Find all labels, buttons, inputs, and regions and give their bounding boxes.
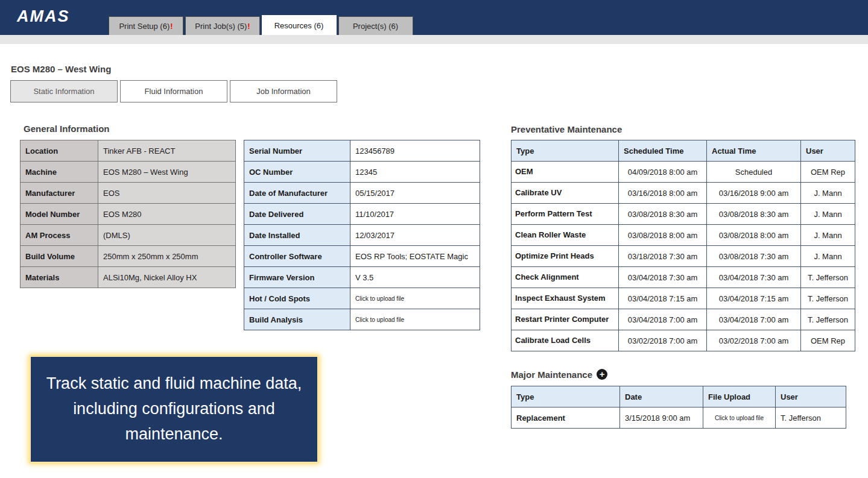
upload-file-link[interactable]: Click to upload file [350, 288, 480, 309]
tab-label: Print Setup (6) [119, 22, 169, 31]
table-cell: Tinker AFB - REACT [98, 140, 236, 162]
table-cell: Inspect Exhaust System [512, 288, 619, 309]
table-row: Date Delivered11/10/2017 [244, 204, 480, 225]
add-major-maintenance-icon[interactable]: + [597, 369, 607, 380]
general-info-right-table: Serial Number123456789OC Number12345Date… [244, 140, 480, 330]
table-row: Controller SoftwareEOS RP Tools; EOSTATE… [244, 246, 480, 267]
table-cell: 03/08/2018 8:00 am [619, 225, 707, 246]
table-cell: OEM [512, 162, 619, 183]
table-cell: AM Process [21, 225, 98, 246]
general-info-left-table: LocationTinker AFB - REACTMachineEOS M28… [20, 140, 236, 288]
table-cell: 03/04/2018 7:00 am [707, 309, 801, 330]
column-header: Date [620, 386, 703, 407]
tab-fluid-information[interactable]: Fluid Information [120, 80, 227, 102]
alert-icon: ! [170, 22, 173, 31]
tab-resources[interactable]: Resources (6) [262, 15, 337, 35]
table-cell: Build Analysis [244, 309, 350, 330]
table-cell: Optimize Print Heads [512, 246, 619, 267]
table-cell: 03/08/2018 7:30 am [707, 246, 801, 267]
table-row: Model NumberEOS M280 [21, 204, 236, 225]
tab-label: Print Job(s) (5) [195, 22, 247, 31]
table-row: Optimize Print Heads03/18/2018 7:30 am03… [512, 246, 855, 267]
table-row: Check Alignment03/04/2018 7:30 am03/04/2… [512, 267, 855, 288]
alert-icon: ! [247, 22, 250, 31]
table-cell: OEM Rep [801, 330, 855, 351]
major-maintenance-table: Type Date File Upload User Replacement3/… [511, 386, 846, 429]
table-cell: Calibrate Load Cells [512, 330, 619, 351]
table-row: Hot / Cold SpotsClick to upload file [244, 288, 480, 309]
tab-static-information[interactable]: Static Information [10, 80, 118, 102]
table-cell: Check Alignment [512, 267, 619, 288]
table-row: Clean Roller Waste03/08/2018 8:00 am03/0… [512, 225, 855, 246]
top-nav-bar: AMAS Print Setup (6)! Print Job(s) (5)! … [0, 0, 868, 35]
table-cell: Manufacturer [21, 183, 98, 204]
table-cell: T. Jefferson [801, 288, 855, 309]
table-cell: V 3.5 [350, 267, 480, 288]
table-cell: OC Number [244, 162, 350, 183]
app-logo: AMAS [17, 7, 70, 26]
table-cell: Firmware Version [244, 267, 350, 288]
upload-file-link[interactable]: Click to upload file [703, 407, 776, 429]
table-cell: 03/16/2018 8:00 am [619, 183, 707, 204]
tab-job-information[interactable]: Job Information [230, 80, 337, 102]
table-cell: 11/10/2017 [350, 204, 480, 225]
table-cell: Scheduled [707, 162, 801, 183]
table-cell: 250mm x 250mm x 250mm [98, 246, 236, 267]
upload-file-link[interactable]: Click to upload file [350, 309, 480, 330]
table-row: Restart Printer Computer03/04/2018 7:00 … [512, 309, 855, 330]
table-cell: 05/15/2017 [350, 183, 480, 204]
table-cell: Hot / Cold Spots [244, 288, 350, 309]
table-cell: 03/04/2018 7:15 am [707, 288, 801, 309]
app-root: AMAS Print Setup (6)! Print Job(s) (5)! … [0, 0, 868, 478]
table-cell: (DMLS) [98, 225, 236, 246]
table-cell: Build Volume [21, 246, 98, 267]
table-cell: T. Jefferson [776, 407, 846, 429]
table-row: MaterialsALSi10Mg, Nickel Alloy HX [21, 267, 236, 288]
table-cell: Replacement [512, 407, 620, 429]
table-cell: Serial Number [244, 140, 350, 162]
table-cell: Date of Manufacturer [244, 183, 350, 204]
table-cell: Machine [21, 162, 98, 183]
table-cell: EOS M280 – West Wing [98, 162, 236, 183]
table-cell: 12345 [350, 162, 480, 183]
table-row: Date of Manufacturer05/15/2017 [244, 183, 480, 204]
info-callout: Track static and fluid machine data, inc… [30, 356, 318, 462]
table-row: Calibrate Load Cells03/02/2018 7:00 am03… [512, 330, 855, 351]
table-cell: J. Mann [801, 246, 855, 267]
tab-projects[interactable]: Project(s) (6) [338, 16, 413, 35]
table-row: Replacement3/15/2018 9:00 amClick to upl… [512, 407, 846, 429]
table-row: OEM04/09/2018 8:00 amScheduledOEM Rep [512, 162, 855, 183]
major-maintenance-heading-label: Major Maintenance [511, 370, 592, 380]
tab-label: Project(s) (6) [353, 22, 398, 31]
view-tab-strip: Static Information Fluid Information Job… [10, 80, 337, 102]
table-row: MachineEOS M280 – West Wing [21, 162, 236, 183]
table-cell: Date Delivered [244, 204, 350, 225]
table-cell: 03/18/2018 7:30 am [619, 246, 707, 267]
table-cell: ALSi10Mg, Nickel Alloy HX [98, 267, 236, 288]
table-row: LocationTinker AFB - REACT [21, 140, 236, 162]
table-row: ManufacturerEOS [21, 183, 236, 204]
table-cell: J. Mann [801, 204, 855, 225]
table-row: Inspect Exhaust System03/04/2018 7:15 am… [512, 288, 855, 309]
preventative-maintenance-heading: Preventative Maintenance [511, 124, 622, 134]
table-cell: 3/15/2018 9:00 am [620, 407, 703, 429]
table-cell: OEM Rep [801, 162, 855, 183]
table-header-row: Type Scheduled Time Actual Time User [512, 140, 855, 162]
column-header: Actual Time [707, 140, 801, 162]
table-row: Date Installed12/03/2017 [244, 225, 480, 246]
column-header: Scheduled Time [619, 140, 707, 162]
table-cell: 03/02/2018 7:00 am [619, 330, 707, 351]
table-cell: Location [21, 140, 98, 162]
table-cell: EOS [98, 183, 236, 204]
tab-label: Resources (6) [274, 21, 324, 30]
general-information-heading: General Information [24, 124, 110, 134]
tab-print-jobs[interactable]: Print Job(s) (5)! [185, 16, 260, 35]
table-cell: Restart Printer Computer [512, 309, 619, 330]
tab-print-setup[interactable]: Print Setup (6)! [109, 16, 183, 35]
table-cell: 03/08/2018 8:30 am [619, 204, 707, 225]
table-cell: EOS RP Tools; EOSTATE Magic [350, 246, 480, 267]
table-row: OC Number12345 [244, 162, 480, 183]
table-cell: Materials [21, 267, 98, 288]
table-cell: 03/08/2018 8:00 am [707, 225, 801, 246]
table-row: Build Volume250mm x 250mm x 250mm [21, 246, 236, 267]
